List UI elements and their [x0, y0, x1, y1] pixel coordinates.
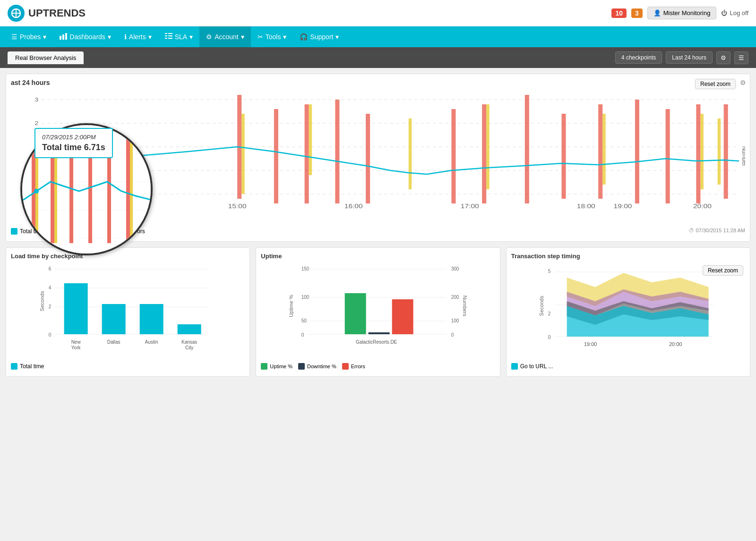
uptime-legend-errors: Errors	[342, 363, 365, 370]
nav-tools[interactable]: ✂ Tools ▾	[251, 26, 293, 47]
svg-rect-11	[168, 38, 172, 39]
svg-rect-42	[335, 100, 339, 203]
nav-tools-arrow: ▾	[283, 33, 286, 41]
svg-rect-22	[88, 144, 92, 243]
svg-rect-24	[126, 139, 130, 243]
svg-text:Number: Number	[740, 146, 745, 167]
main-nav: ☰ Probes ▾ Dashboards ▾ ℹ Alerts ▾ SLA ▾…	[0, 26, 756, 47]
nav-alerts-icon: ℹ	[124, 33, 127, 41]
settings-icon-button[interactable]: ⚙	[716, 51, 730, 64]
nav-dashboards-arrow: ▾	[108, 33, 111, 41]
svg-text:2: 2	[34, 120, 38, 127]
logo-text: UPTRENDS	[28, 7, 86, 19]
svg-text:19:00: 19:00	[584, 341, 597, 347]
nav-sla[interactable]: SLA ▾	[158, 26, 199, 47]
chart-gear-icon[interactable]: ⚙	[740, 79, 746, 86]
main-chart-section: ast 24 hours Reset zoom ⚙	[6, 74, 750, 242]
svg-rect-20	[54, 130, 57, 243]
load-chart-legend: Total time	[11, 359, 245, 372]
nav-account-label: Account	[215, 33, 239, 41]
svg-text:Seconds: Seconds	[39, 291, 45, 311]
svg-text:3: 3	[34, 97, 38, 103]
page-toolbar: Real Browser Analysis 4 checkpoints Last…	[0, 47, 756, 68]
logoff-icon: ⏻	[721, 9, 727, 17]
header-right: 10 3 👤 Mister Monitoring ⏻ Log off	[611, 7, 748, 19]
nav-alerts[interactable]: ℹ Alerts ▾	[118, 26, 158, 47]
uptime-chart-svg: 150 100 50 0 300 200 100 0 Uptime % Numb…	[261, 263, 495, 358]
transaction-chart: Transaction step timing Reset zoom 5 2 0…	[506, 247, 750, 377]
svg-text:0: 0	[451, 332, 454, 338]
alert-badge-red[interactable]: 10	[611, 8, 627, 18]
checkpoints-button[interactable]: 4 checkpoints	[615, 51, 662, 64]
chart-timestamp: ⏱ 07/30/2015 11:28 AM	[689, 228, 745, 233]
user-name: Mister Monitoring	[663, 9, 711, 17]
nav-dashboards-icon	[60, 33, 67, 41]
uptime-legend-uptime: Uptime %	[261, 363, 292, 370]
toolbar-tab[interactable]: Real Browser Analysis	[8, 51, 84, 64]
main-chart-title: ast 24 hours	[11, 79, 745, 86]
load-legend-total: Total time	[11, 363, 44, 370]
svg-text:0: 0	[548, 335, 550, 340]
svg-text:17:00: 17:00	[461, 203, 479, 210]
svg-rect-6	[165, 33, 167, 34]
transaction-reset-zoom[interactable]: Reset zoom	[703, 265, 743, 276]
svg-rect-9	[168, 33, 172, 34]
nav-support-label: Support	[310, 33, 333, 41]
svg-text:0: 0	[301, 332, 304, 338]
load-legend-color	[11, 363, 17, 370]
clock-icon: ⏱	[689, 228, 694, 233]
user-menu-button[interactable]: 👤 Mister Monitoring	[647, 7, 717, 19]
uptime-legend-label-uptime: Uptime %	[270, 363, 292, 369]
svg-rect-76	[178, 324, 201, 334]
svg-text:100: 100	[451, 318, 459, 323]
uptime-legend-label-downtime: Downtime %	[307, 363, 336, 369]
menu-icon-button[interactable]: ☰	[734, 51, 748, 64]
svg-rect-97	[345, 293, 366, 334]
svg-rect-8	[165, 38, 167, 39]
svg-text:New: New	[71, 339, 81, 345]
nav-account[interactable]: ⚙ Account ▾	[199, 26, 251, 47]
svg-text:19:00: 19:00	[614, 203, 632, 210]
svg-text:City: City	[185, 345, 193, 350]
svg-rect-39	[274, 109, 278, 203]
svg-rect-99	[392, 299, 413, 334]
svg-rect-73	[64, 283, 88, 334]
svg-rect-46	[482, 104, 486, 203]
svg-rect-53	[666, 109, 670, 203]
nav-probes[interactable]: ☰ Probes ▾	[5, 26, 53, 47]
uptime-legend-color-errors	[342, 363, 349, 370]
svg-text:15:00: 15:00	[228, 203, 247, 210]
svg-rect-56	[718, 118, 721, 185]
svg-rect-12	[22, 125, 153, 255]
svg-text:2: 2	[49, 304, 52, 309]
svg-rect-51	[602, 114, 605, 185]
nav-support[interactable]: 🎧 Support ▾	[293, 26, 345, 47]
svg-text:18:00: 18:00	[577, 203, 595, 210]
svg-text:6: 6	[49, 266, 52, 271]
load-legend-label: Total time	[20, 363, 44, 370]
logoff-button[interactable]: ⏻ Log off	[721, 9, 748, 17]
nav-support-icon: 🎧	[300, 33, 308, 41]
nav-sla-icon	[165, 33, 172, 41]
transaction-chart-svg: 5 2 0 Seconds	[511, 263, 745, 358]
reset-zoom-button[interactable]: Reset zoom	[695, 79, 736, 89]
svg-rect-98	[369, 332, 390, 334]
svg-text:20:00: 20:00	[669, 341, 682, 347]
nav-tools-label: Tools	[266, 33, 281, 41]
alert-badge-orange[interactable]: 3	[631, 8, 643, 18]
svg-rect-44	[409, 118, 412, 189]
svg-text:Kansas: Kansas	[181, 339, 197, 345]
timerange-button[interactable]: Last 24 hours	[666, 51, 713, 64]
svg-rect-4	[62, 34, 64, 40]
nav-account-icon: ⚙	[206, 33, 212, 41]
svg-text:0: 0	[49, 332, 52, 338]
svg-text:200: 200	[451, 295, 459, 300]
svg-rect-54	[696, 104, 700, 203]
svg-text:Uptime %: Uptime %	[288, 295, 294, 317]
nav-alerts-arrow: ▾	[148, 33, 152, 41]
main-chart-title-text: ast 24 hours	[11, 79, 50, 86]
transaction-chart-title: Transaction step timing	[511, 253, 745, 260]
svg-rect-57	[724, 104, 728, 199]
nav-dashboards[interactable]: Dashboards ▾	[53, 26, 118, 47]
svg-rect-10	[168, 35, 172, 36]
